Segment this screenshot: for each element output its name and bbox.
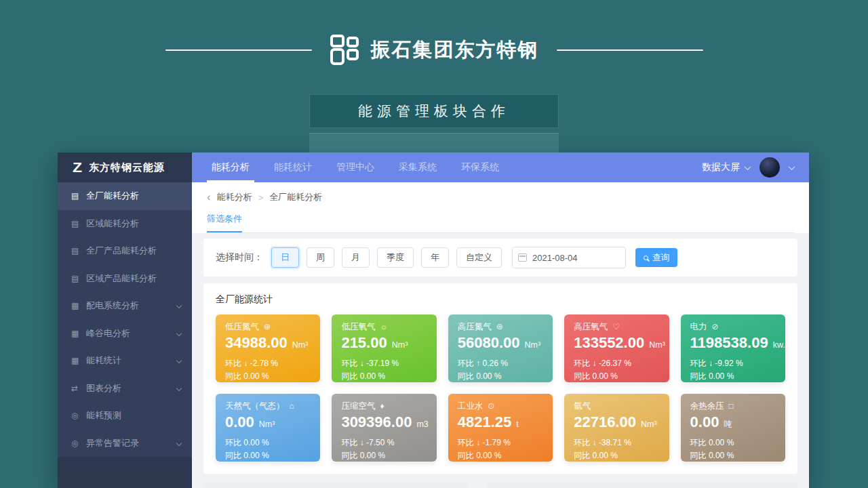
nav-item-energy-stats[interactable]: 能耗统计: [269, 152, 317, 182]
data-screen-button[interactable]: 数据大屏: [702, 161, 750, 174]
trend-arrow-icon: ↓: [476, 438, 480, 447]
yoy-value: 0.00 %: [476, 451, 501, 460]
section-banner: 能源管理板块合作: [309, 94, 559, 128]
sidebar-item-peak-valley-analysis[interactable]: ▦ 峰谷电分析: [58, 320, 192, 348]
mom-value: -1.79 %: [482, 438, 510, 447]
sidebar-item-label: 能耗预测: [86, 409, 121, 422]
sidebar-item-energy-stats[interactable]: ▦ 能耗统计: [58, 347, 192, 375]
card-value: 4821.25: [458, 413, 512, 430]
brand-grid-icon: [330, 34, 362, 66]
mom-value: 0.00 %: [709, 438, 734, 447]
app-name: 东方特钢云能源: [89, 161, 165, 174]
period-button-custom[interactable]: 自定义: [456, 247, 502, 268]
sidebar-item-power-distribution-analysis[interactable]: ▦ 配电系统分析: [58, 292, 192, 320]
query-button[interactable]: 查询: [635, 248, 677, 267]
sidebar-item-energy-forecast[interactable]: ◎ 能耗预测: [58, 402, 192, 430]
period-button-week[interactable]: 周: [307, 247, 334, 268]
search-icon: [644, 256, 648, 260]
sidebar-item-chart-analysis[interactable]: ⇄ 图表分析: [58, 375, 192, 403]
next-section-placeholder: [487, 483, 797, 488]
main-content: ‹ 能耗分析 > 全厂能耗分析 筛选条件 选择时间： 日 周 月: [192, 182, 809, 488]
stat-card-high-pressure-oxygen: 高压氧气♡ 133552.00Nm³ 环比 ↓ -26.37 % 同比 0.00…: [564, 314, 669, 382]
yoy-label: 同比: [341, 451, 357, 460]
mom-label: 环比: [341, 438, 357, 447]
mom-label: 环比: [225, 359, 241, 368]
period-button-quarter[interactable]: 季度: [377, 247, 414, 268]
stat-card-compressed-air: 压缩空气♦ 309396.00m3 环比 ↓ -7.50 % 同比 0.00 %: [332, 394, 436, 462]
mom-value: -9.92 %: [715, 359, 743, 368]
breadcrumb-item[interactable]: 能耗分析: [217, 191, 252, 203]
stat-card-low-pressure-oxygen: 低压氧气☼ 215.00Nm³ 环比 ↓ -37.19 % 同比 0.00 %: [332, 314, 436, 382]
mom-label: 环比: [690, 438, 707, 447]
decor-line-left: [165, 49, 312, 52]
period-button-day[interactable]: 日: [271, 247, 299, 268]
yoy-value: 0.00 %: [476, 371, 501, 381]
droplet-icon: ♦: [380, 401, 384, 411]
gas-icon: ♡: [612, 321, 620, 332]
document-icon: ▦: [71, 356, 86, 365]
sidebar-item-abnormal-alarm-records[interactable]: ◎ 异常告警记录: [58, 430, 192, 458]
card-value: 1198538.09: [690, 334, 768, 351]
app-logo-icon: Z: [73, 160, 82, 176]
document-icon: ▦: [71, 329, 86, 338]
yoy-value: 0.00 %: [360, 451, 385, 460]
decor-line-right: [557, 49, 703, 52]
yoy-value: 0.00 %: [709, 371, 734, 381]
tab-filter-conditions[interactable]: 筛选条件: [207, 213, 242, 232]
card-title: 低压氮气: [225, 321, 259, 332]
gas-icon: ⊕: [264, 321, 271, 332]
query-label: 查询: [652, 252, 669, 264]
mom-value: -26.37 %: [599, 359, 631, 368]
stat-card-industrial-water: 工业水⊙ 4821.25t 环比 ↓ -1.79 % 同比 0.00 %: [448, 394, 553, 462]
sidebar-item-region-product-energy-analysis[interactable]: ▤ 区域产品能耗分析: [58, 265, 192, 293]
period-button-month[interactable]: 月: [342, 247, 370, 268]
trend-arrow-icon: ↓: [709, 359, 713, 368]
sidebar-item-label: 异常告警记录: [86, 437, 139, 449]
nav-item-energy-analysis[interactable]: 能耗分析: [207, 152, 254, 182]
filter-panel: 选择时间： 日 周 月 季度 年 自定义 查询: [203, 239, 797, 277]
trend-arrow-icon: ↓: [360, 438, 364, 447]
stat-card-low-pressure-nitrogen: 低压氮气⊕ 34988.00Nm³ 环比 ↓ -2.78 % 同比 0.00 %: [216, 314, 320, 382]
document-icon: ▦: [71, 301, 86, 310]
sidebar-item-region-energy-analysis[interactable]: ▤ 区域能耗分析: [58, 210, 192, 238]
sidebar-item-label: 能耗统计: [86, 354, 121, 367]
sidebar: ▤ 全厂能耗分析 ▤ 区域能耗分析 ▤ 全厂产品能耗分析 ▤ 区域产品能耗分析 …: [58, 182, 192, 488]
breadcrumb-separator: >: [258, 192, 264, 203]
mom-value: -37.19 %: [366, 359, 399, 368]
square-icon: □: [729, 401, 734, 411]
user-menu-chevron-icon[interactable]: [789, 163, 795, 170]
chevron-down-icon: [176, 441, 182, 446]
monitor-icon: ▤: [71, 274, 86, 283]
card-unit: Nm³: [641, 420, 657, 429]
nav-item-management-center[interactable]: 管理中心: [332, 152, 379, 182]
chevron-down-icon: [176, 386, 182, 391]
card-title: 工业水: [458, 401, 484, 411]
sidebar-item-plant-product-energy-analysis[interactable]: ▤ 全厂产品能耗分析: [58, 237, 192, 265]
top-navbar: Z 东方特钢云能源 能耗分析 能耗统计 管理中心 采集系统 环保系统 数据大屏: [58, 152, 809, 182]
card-unit: kw.h: [773, 340, 785, 350]
nav-item-collection-system[interactable]: 采集系统: [394, 152, 441, 182]
user-avatar[interactable]: [760, 157, 780, 178]
yoy-label: 同比: [341, 371, 357, 381]
water-icon: ⊙: [488, 401, 494, 411]
period-button-year[interactable]: 年: [421, 247, 449, 268]
banner-title: 能源管理板块合作: [358, 102, 510, 121]
date-value-input[interactable]: [532, 253, 614, 263]
card-title: 电力: [690, 321, 707, 332]
sidebar-item-label: 全厂能耗分析: [86, 190, 139, 202]
yoy-label: 同比: [690, 451, 707, 460]
mom-label: 环比: [574, 359, 590, 368]
mom-label: 环比: [574, 438, 590, 447]
brand-header: 振石集团东方特钢: [0, 34, 868, 66]
card-title: 余热余压: [690, 401, 724, 411]
nav-item-environment-system[interactable]: 环保系统: [456, 152, 504, 182]
chevron-down-icon: [745, 163, 751, 170]
breadcrumb-back-icon[interactable]: ‹: [207, 191, 211, 203]
chevron-down-icon: [176, 358, 182, 363]
stat-card-argon: 氩气 22716.00Nm³ 环比 ↓ -38.71 % 同比 0.00 %: [564, 394, 669, 462]
date-input[interactable]: [512, 247, 626, 268]
card-title: 低压氧气: [341, 321, 375, 332]
card-unit: Nm³: [292, 340, 309, 350]
sidebar-item-plant-energy-analysis[interactable]: ▤ 全厂能耗分析: [58, 182, 192, 210]
stats-section-title: 全厂能源统计: [216, 293, 785, 306]
